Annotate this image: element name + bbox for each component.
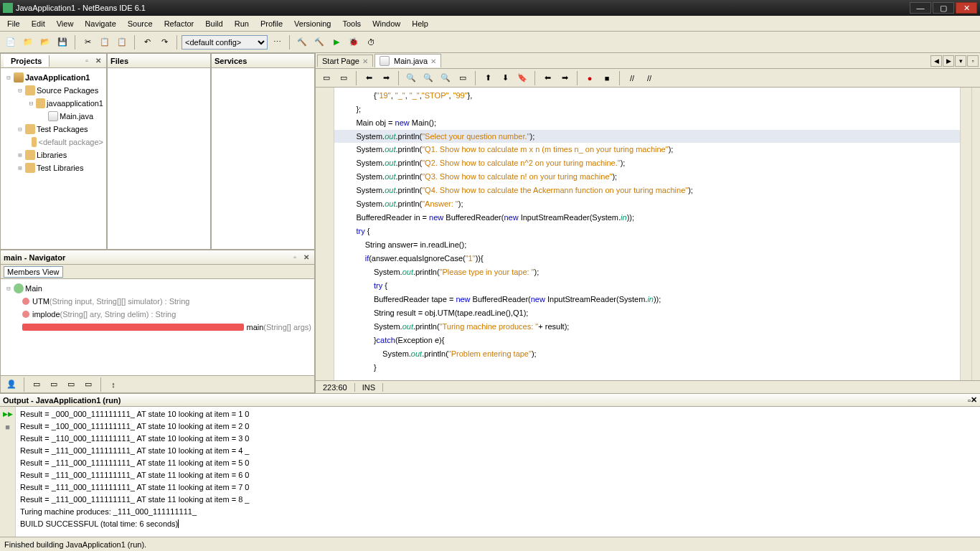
tab-nav-left-icon[interactable]: ◀: [930, 55, 942, 67]
new-project-button[interactable]: 📁: [20, 34, 36, 50]
cut-button[interactable]: ✂: [80, 34, 95, 50]
paste-button[interactable]: 📋: [114, 34, 130, 50]
open-project-button[interactable]: 📂: [37, 34, 53, 50]
menu-refactor[interactable]: Refactor: [159, 18, 200, 29]
nav-sort2-icon[interactable]: ↕: [105, 377, 121, 392]
editor-gutter[interactable]: [316, 88, 334, 380]
code-editor[interactable]: {"19", "_", "_","STOP", "99"}, }; Main o…: [316, 88, 980, 380]
menu-source[interactable]: Source: [122, 18, 159, 29]
editor-scrollbar[interactable]: [960, 88, 971, 380]
find-sel-button[interactable]: 🔍: [403, 70, 419, 86]
tree-project-root[interactable]: ⊟JavaApplication1: [4, 71, 103, 84]
menu-versioning[interactable]: Versioning: [288, 18, 336, 29]
class-icon: [14, 283, 24, 293]
maximize-button[interactable]: ▢: [933, 2, 954, 14]
tree-test-libraries[interactable]: ⊞Test Libraries: [4, 161, 103, 174]
close-button[interactable]: ✕: [956, 2, 977, 14]
tree-package[interactable]: ⊟javaapplication1: [4, 97, 103, 110]
projects-minimize-icon[interactable]: ▫: [82, 56, 92, 66]
nav-method-main[interactable]: main(String[] args): [4, 321, 311, 334]
comment-button[interactable]: //: [624, 70, 640, 86]
tab-nav-right-icon[interactable]: ▶: [943, 55, 954, 67]
find-next-button[interactable]: 🔍: [438, 70, 453, 86]
minimize-button[interactable]: —: [910, 2, 931, 14]
output-rerun-button[interactable]: ▶▶: [2, 408, 14, 420]
folder-icon: [25, 150, 35, 160]
source-view-button[interactable]: ▭: [319, 70, 334, 86]
tree-default-package[interactable]: <default package>: [4, 136, 103, 149]
config-browse-button[interactable]: ⋯: [269, 34, 285, 50]
prev-bookmark-button[interactable]: ⬆: [480, 70, 496, 86]
shift-right-button[interactable]: ➡: [557, 70, 573, 86]
nav-forward-button[interactable]: ➡: [378, 70, 394, 86]
insert-mode: INS: [355, 383, 383, 392]
nav-filter4-icon[interactable]: ▭: [80, 377, 96, 392]
projects-tree[interactable]: ⊟JavaApplication1 ⊟Source Packages ⊟java…: [1, 68, 106, 249]
projects-tab[interactable]: Projects: [4, 55, 50, 67]
history-button[interactable]: ▭: [336, 70, 352, 86]
output-stop-button[interactable]: ■: [2, 421, 14, 433]
menu-build[interactable]: Build: [199, 18, 228, 29]
uncomment-button[interactable]: //: [641, 70, 657, 86]
run-button[interactable]: ▶: [329, 34, 344, 50]
clean-build-button[interactable]: 🔨: [311, 34, 327, 50]
nav-filter-icon[interactable]: 👤: [4, 377, 19, 392]
profile-button[interactable]: ⏱: [363, 34, 379, 50]
next-bookmark-button[interactable]: ⬇: [497, 70, 513, 86]
menu-profile[interactable]: Profile: [255, 18, 288, 29]
nav-filter2-icon[interactable]: ▭: [46, 377, 62, 392]
title-bar: JavaApplication1 - NetBeans IDE 6.1 — ▢ …: [0, 0, 980, 16]
toggle-highlight-button[interactable]: ▭: [455, 70, 471, 86]
nav-method-utm[interactable]: UTM(String input, String[][] simulator) …: [4, 295, 311, 308]
shift-left-button[interactable]: ⬅: [540, 70, 555, 86]
status-text: Finished building JavaApplication1 (run)…: [4, 540, 146, 549]
tree-main-java[interactable]: Main.java: [4, 110, 103, 123]
menu-view[interactable]: View: [51, 18, 80, 29]
close-tab-icon[interactable]: ✕: [362, 57, 368, 65]
menu-run[interactable]: Run: [229, 18, 255, 29]
menu-navigate[interactable]: Navigate: [79, 18, 121, 29]
menu-tools[interactable]: Tools: [336, 18, 367, 29]
tab-list-icon[interactable]: ▾: [955, 55, 966, 67]
editor-tab-start[interactable]: Start Page✕: [317, 55, 373, 67]
tab-maximize-icon[interactable]: ▫: [967, 55, 979, 67]
tree-libraries[interactable]: ⊞Libraries: [4, 149, 103, 161]
copy-button[interactable]: 📋: [97, 34, 113, 50]
stop-macro-button[interactable]: ■: [599, 70, 615, 86]
files-tab[interactable]: Files: [110, 57, 128, 65]
nav-sort-icon[interactable]: ▭: [29, 377, 44, 392]
debug-button[interactable]: 🐞: [346, 34, 362, 50]
config-select[interactable]: <default config>: [182, 35, 268, 50]
nav-class[interactable]: ⊟Main: [4, 282, 311, 295]
tree-test-packages[interactable]: ⊟Test Packages: [4, 123, 103, 136]
nav-filter3-icon[interactable]: ▭: [63, 377, 79, 392]
java-file-icon: [380, 56, 390, 66]
menu-file[interactable]: File: [1, 18, 26, 29]
start-macro-button[interactable]: ●: [582, 70, 598, 86]
projects-close-icon[interactable]: ✕: [93, 56, 103, 66]
nav-method-implode[interactable]: implode(String[] ary, String delim) : St…: [4, 308, 311, 321]
build-button[interactable]: 🔨: [294, 34, 310, 50]
output-text[interactable]: Result = _000_000_111111111_ AT state 10…: [16, 407, 980, 537]
menu-window[interactable]: Window: [367, 18, 406, 29]
navigator-minimize-icon[interactable]: ▫: [290, 253, 300, 263]
find-prev-button[interactable]: 🔍: [420, 70, 436, 86]
save-all-button[interactable]: 💾: [55, 34, 70, 50]
editor-tab-main[interactable]: Main.java✕: [374, 54, 441, 67]
menu-edit[interactable]: Edit: [26, 18, 51, 29]
nav-back-button[interactable]: ⬅: [361, 70, 377, 86]
redo-button[interactable]: ↷: [156, 34, 172, 50]
tree-source-packages[interactable]: ⊟Source Packages: [4, 84, 103, 97]
toggle-bookmark-button[interactable]: 🔖: [514, 70, 530, 86]
navigator-tree[interactable]: ⊟Main UTM(String input, String[][] simul…: [1, 279, 314, 375]
output-close-icon[interactable]: ✕: [971, 395, 977, 405]
navigator-view-select[interactable]: Members View: [4, 266, 63, 278]
close-tab-icon[interactable]: ✕: [430, 57, 436, 65]
services-tab[interactable]: Services: [215, 57, 247, 65]
new-file-button[interactable]: 📄: [3, 34, 19, 50]
cursor-position: 223:60: [316, 383, 355, 392]
error-stripe[interactable]: [971, 88, 980, 380]
undo-button[interactable]: ↶: [139, 34, 155, 50]
menu-help[interactable]: Help: [406, 18, 434, 29]
navigator-close-icon[interactable]: ✕: [301, 253, 311, 263]
